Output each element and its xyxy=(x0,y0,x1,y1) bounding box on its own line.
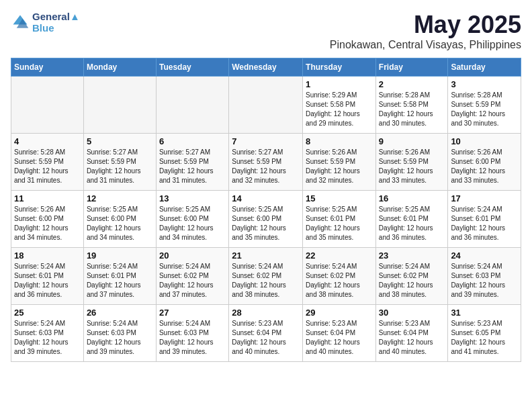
cell-day-number: 22 xyxy=(306,250,373,261)
calendar-cell: 23Sunrise: 5:24 AM Sunset: 6:02 PM Dayli… xyxy=(375,248,448,305)
logo-text: General▲ Blue xyxy=(32,11,80,34)
cell-info: Sunrise: 5:24 AM Sunset: 6:01 PM Dayligh… xyxy=(14,262,81,300)
calendar-cell: 24Sunrise: 5:24 AM Sunset: 6:03 PM Dayli… xyxy=(448,248,521,305)
calendar-cell: 27Sunrise: 5:24 AM Sunset: 6:03 PM Dayli… xyxy=(156,305,228,362)
cell-day-number: 1 xyxy=(306,79,373,89)
cell-info: Sunrise: 5:24 AM Sunset: 6:03 PM Dayligh… xyxy=(451,262,518,300)
cell-info: Sunrise: 5:25 AM Sunset: 6:00 PM Dayligh… xyxy=(159,205,226,242)
cell-day-number: 14 xyxy=(232,193,300,203)
weekday-header-wednesday: Wednesday xyxy=(229,58,303,77)
cell-info: Sunrise: 5:24 AM Sunset: 6:02 PM Dayligh… xyxy=(306,262,373,300)
weekday-header-friday: Friday xyxy=(375,58,448,77)
cell-day-number: 26 xyxy=(87,308,153,318)
calendar-cell: 25Sunrise: 5:24 AM Sunset: 6:03 PM Dayli… xyxy=(11,305,84,362)
cell-day-number: 11 xyxy=(14,193,81,203)
calendar-week-1: 1Sunrise: 5:29 AM Sunset: 5:58 PM Daylig… xyxy=(11,77,521,134)
cell-info: Sunrise: 5:27 AM Sunset: 5:59 PM Dayligh… xyxy=(87,148,153,185)
cell-info: Sunrise: 5:26 AM Sunset: 5:59 PM Dayligh… xyxy=(306,148,373,185)
calendar-week-5: 25Sunrise: 5:24 AM Sunset: 6:03 PM Dayli… xyxy=(11,305,521,362)
calendar-cell xyxy=(11,77,84,134)
main-title: May 2025 xyxy=(330,11,521,39)
logo: General▲ Blue xyxy=(11,11,80,34)
weekday-header-thursday: Thursday xyxy=(303,58,376,77)
weekday-header-tuesday: Tuesday xyxy=(156,58,228,77)
cell-day-number: 7 xyxy=(232,136,300,146)
cell-day-number: 21 xyxy=(232,250,300,261)
cell-day-number: 28 xyxy=(232,308,300,318)
weekday-header-monday: Monday xyxy=(83,58,156,77)
header: General▲ Blue May 2025 Pinokawan, Centra… xyxy=(11,11,521,51)
cell-day-number: 5 xyxy=(87,136,153,146)
calendar-cell: 15Sunrise: 5:25 AM Sunset: 6:01 PM Dayli… xyxy=(303,191,376,248)
calendar-cell: 29Sunrise: 5:23 AM Sunset: 6:04 PM Dayli… xyxy=(303,305,376,362)
calendar-table: SundayMondayTuesdayWednesdayThursdayFrid… xyxy=(11,58,521,362)
calendar-cell: 2Sunrise: 5:28 AM Sunset: 5:58 PM Daylig… xyxy=(375,77,448,134)
weekday-header-sunday: Sunday xyxy=(11,58,84,77)
calendar-cell: 4Sunrise: 5:28 AM Sunset: 5:59 PM Daylig… xyxy=(11,134,84,191)
cell-info: Sunrise: 5:23 AM Sunset: 6:04 PM Dayligh… xyxy=(306,319,373,357)
calendar-cell: 11Sunrise: 5:26 AM Sunset: 6:00 PM Dayli… xyxy=(11,191,84,248)
calendar-cell: 1Sunrise: 5:29 AM Sunset: 5:58 PM Daylig… xyxy=(303,77,376,134)
cell-day-number: 9 xyxy=(379,136,445,146)
calendar-cell: 14Sunrise: 5:25 AM Sunset: 6:00 PM Dayli… xyxy=(229,191,303,248)
calendar-week-2: 4Sunrise: 5:28 AM Sunset: 5:59 PM Daylig… xyxy=(11,134,521,191)
cell-info: Sunrise: 5:24 AM Sunset: 6:03 PM Dayligh… xyxy=(87,319,153,357)
cell-info: Sunrise: 5:24 AM Sunset: 6:02 PM Dayligh… xyxy=(232,262,300,300)
calendar-cell xyxy=(83,77,156,134)
cell-info: Sunrise: 5:24 AM Sunset: 6:02 PM Dayligh… xyxy=(159,262,226,300)
cell-info: Sunrise: 5:26 AM Sunset: 6:00 PM Dayligh… xyxy=(14,205,81,242)
calendar-cell: 12Sunrise: 5:25 AM Sunset: 6:00 PM Dayli… xyxy=(83,191,156,248)
calendar-cell: 5Sunrise: 5:27 AM Sunset: 5:59 PM Daylig… xyxy=(83,134,156,191)
cell-day-number: 13 xyxy=(159,193,226,203)
cell-info: Sunrise: 5:25 AM Sunset: 6:00 PM Dayligh… xyxy=(87,205,153,242)
cell-info: Sunrise: 5:26 AM Sunset: 5:59 PM Dayligh… xyxy=(379,148,445,185)
calendar-body: 1Sunrise: 5:29 AM Sunset: 5:58 PM Daylig… xyxy=(11,77,521,362)
cell-day-number: 12 xyxy=(87,193,153,203)
calendar-cell: 16Sunrise: 5:25 AM Sunset: 6:01 PM Dayli… xyxy=(375,191,448,248)
logo-icon xyxy=(11,13,30,32)
calendar-cell: 10Sunrise: 5:26 AM Sunset: 6:00 PM Dayli… xyxy=(448,134,521,191)
cell-info: Sunrise: 5:25 AM Sunset: 6:01 PM Dayligh… xyxy=(379,205,445,242)
cell-day-number: 30 xyxy=(379,308,445,318)
cell-day-number: 31 xyxy=(451,308,518,318)
cell-day-number: 4 xyxy=(14,136,81,146)
calendar-cell: 28Sunrise: 5:23 AM Sunset: 6:04 PM Dayli… xyxy=(229,305,303,362)
cell-day-number: 17 xyxy=(451,193,518,203)
calendar-cell: 20Sunrise: 5:24 AM Sunset: 6:02 PM Dayli… xyxy=(156,248,228,305)
cell-day-number: 27 xyxy=(159,308,226,318)
calendar-cell: 6Sunrise: 5:27 AM Sunset: 5:59 PM Daylig… xyxy=(156,134,228,191)
cell-info: Sunrise: 5:25 AM Sunset: 6:01 PM Dayligh… xyxy=(306,205,373,242)
calendar-cell: 13Sunrise: 5:25 AM Sunset: 6:00 PM Dayli… xyxy=(156,191,228,248)
cell-day-number: 6 xyxy=(159,136,226,146)
cell-day-number: 20 xyxy=(159,250,226,261)
cell-day-number: 29 xyxy=(306,308,373,318)
cell-day-number: 18 xyxy=(14,250,81,261)
cell-day-number: 8 xyxy=(306,136,373,146)
calendar-cell: 18Sunrise: 5:24 AM Sunset: 6:01 PM Dayli… xyxy=(11,248,84,305)
cell-info: Sunrise: 5:26 AM Sunset: 6:00 PM Dayligh… xyxy=(451,148,518,185)
calendar-cell: 19Sunrise: 5:24 AM Sunset: 6:01 PM Dayli… xyxy=(83,248,156,305)
title-section: May 2025 Pinokawan, Central Visayas, Phi… xyxy=(330,11,521,51)
calendar-cell: 21Sunrise: 5:24 AM Sunset: 6:02 PM Dayli… xyxy=(229,248,303,305)
calendar-cell: 31Sunrise: 5:23 AM Sunset: 6:05 PM Dayli… xyxy=(448,305,521,362)
calendar-cell: 17Sunrise: 5:24 AM Sunset: 6:01 PM Dayli… xyxy=(448,191,521,248)
cell-info: Sunrise: 5:24 AM Sunset: 6:01 PM Dayligh… xyxy=(451,205,518,242)
calendar-cell: 3Sunrise: 5:28 AM Sunset: 5:59 PM Daylig… xyxy=(448,77,521,134)
calendar-cell: 26Sunrise: 5:24 AM Sunset: 6:03 PM Dayli… xyxy=(83,305,156,362)
calendar-cell xyxy=(229,77,303,134)
subtitle: Pinokawan, Central Visayas, Philippines xyxy=(330,39,521,51)
cell-day-number: 16 xyxy=(379,193,445,203)
cell-info: Sunrise: 5:24 AM Sunset: 6:01 PM Dayligh… xyxy=(87,262,153,300)
cell-info: Sunrise: 5:28 AM Sunset: 5:58 PM Dayligh… xyxy=(379,91,445,128)
calendar-cell: 7Sunrise: 5:27 AM Sunset: 5:59 PM Daylig… xyxy=(229,134,303,191)
cell-info: Sunrise: 5:27 AM Sunset: 5:59 PM Dayligh… xyxy=(232,148,300,185)
calendar-cell: 9Sunrise: 5:26 AM Sunset: 5:59 PM Daylig… xyxy=(375,134,448,191)
calendar-cell: 8Sunrise: 5:26 AM Sunset: 5:59 PM Daylig… xyxy=(303,134,376,191)
calendar-week-4: 18Sunrise: 5:24 AM Sunset: 6:01 PM Dayli… xyxy=(11,248,521,305)
cell-day-number: 23 xyxy=(379,250,445,261)
calendar-cell xyxy=(156,77,228,134)
calendar-cell: 22Sunrise: 5:24 AM Sunset: 6:02 PM Dayli… xyxy=(303,248,376,305)
calendar-cell: 30Sunrise: 5:23 AM Sunset: 6:04 PM Dayli… xyxy=(375,305,448,362)
cell-info: Sunrise: 5:28 AM Sunset: 5:59 PM Dayligh… xyxy=(451,91,518,128)
cell-info: Sunrise: 5:23 AM Sunset: 6:05 PM Dayligh… xyxy=(451,319,518,357)
